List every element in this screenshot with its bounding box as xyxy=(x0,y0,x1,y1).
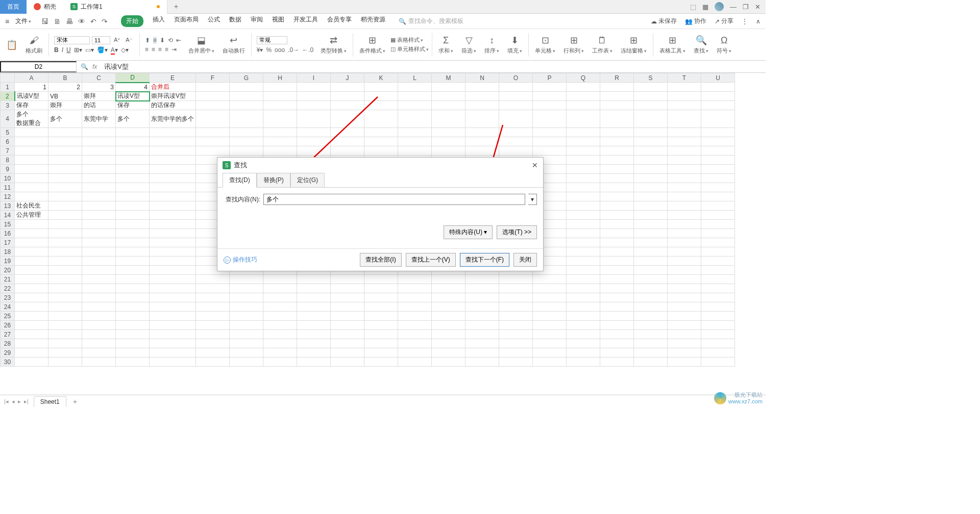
cell-S27[interactable] xyxy=(634,330,668,339)
ribbon-tab-member[interactable]: 会员专享 xyxy=(327,15,352,27)
cell-C19[interactable] xyxy=(82,256,116,266)
cell-M1[interactable] xyxy=(432,83,465,92)
cell-I7[interactable] xyxy=(297,146,331,156)
comma-button[interactable]: ооо xyxy=(275,46,285,54)
hamburger-icon[interactable]: ≡ xyxy=(5,17,9,25)
cell-C20[interactable] xyxy=(82,266,116,275)
cell-N21[interactable] xyxy=(465,275,499,284)
cell-P7[interactable] xyxy=(533,146,567,156)
cell-U5[interactable] xyxy=(701,128,735,137)
cell-H28[interactable] xyxy=(263,339,297,348)
cell-E24[interactable] xyxy=(150,302,196,312)
cell-I24[interactable] xyxy=(297,302,331,312)
fx-icon[interactable]: fx xyxy=(92,63,97,70)
cell-K25[interactable] xyxy=(364,312,398,321)
save-icon[interactable]: 🖫 xyxy=(41,17,48,25)
cell-C8[interactable] xyxy=(82,156,116,165)
cell-O30[interactable] xyxy=(499,357,533,367)
cell-D19[interactable] xyxy=(116,256,150,266)
cell-J21[interactable] xyxy=(331,275,364,284)
cell-G26[interactable] xyxy=(230,321,263,330)
cell-C22[interactable] xyxy=(82,284,116,293)
cell-A13[interactable]: 社会民生 xyxy=(15,201,48,211)
cell-U19[interactable] xyxy=(701,256,735,266)
cell-M21[interactable] xyxy=(432,275,465,284)
cell-B30[interactable] xyxy=(48,357,82,367)
cell-C28[interactable] xyxy=(82,339,116,348)
cell-T17[interactable] xyxy=(668,238,701,247)
cell-P2[interactable] xyxy=(533,92,567,101)
align-top-button[interactable]: ⬆ xyxy=(145,37,150,44)
cell-N1[interactable] xyxy=(465,83,499,92)
cell-I25[interactable] xyxy=(297,312,331,321)
cell-R28[interactable] xyxy=(600,339,634,348)
cell-A12[interactable] xyxy=(15,192,48,201)
find-input[interactable] xyxy=(263,194,525,205)
cell-U1[interactable] xyxy=(701,83,735,92)
cell-O23[interactable] xyxy=(499,293,533,302)
cell-H3[interactable] xyxy=(263,101,297,110)
cell-Q22[interactable] xyxy=(567,284,600,293)
cell-R1[interactable] xyxy=(600,83,634,92)
cell-B13[interactable] xyxy=(48,201,82,211)
cell-P23[interactable] xyxy=(533,293,567,302)
cell-E11[interactable] xyxy=(150,183,196,192)
cell-A9[interactable] xyxy=(15,165,48,174)
cell-C4[interactable]: 东莞中学 xyxy=(82,110,116,128)
cell-Q10[interactable] xyxy=(567,174,600,183)
cell-N30[interactable] xyxy=(465,357,499,367)
cell-O29[interactable] xyxy=(499,348,533,357)
cell-U14[interactable] xyxy=(701,211,735,220)
cell-K3[interactable] xyxy=(364,101,398,110)
cell-U12[interactable] xyxy=(701,192,735,201)
cell-B15[interactable] xyxy=(48,220,82,229)
cell-N22[interactable] xyxy=(465,284,499,293)
cell-T21[interactable] xyxy=(668,275,701,284)
cell-C18[interactable] xyxy=(82,247,116,256)
tab-workbook[interactable]: S 工作簿1 xyxy=(63,0,167,14)
cell-Q6[interactable] xyxy=(567,137,600,146)
cell-P1[interactable] xyxy=(533,83,567,92)
cell-F30[interactable] xyxy=(196,357,230,367)
cell-N29[interactable] xyxy=(465,348,499,357)
cell-U18[interactable] xyxy=(701,247,735,256)
cell-U16[interactable] xyxy=(701,229,735,238)
cell-U10[interactable] xyxy=(701,174,735,183)
cell-I22[interactable] xyxy=(297,284,331,293)
cell-S13[interactable] xyxy=(634,201,668,211)
cell-H2[interactable] xyxy=(263,92,297,101)
cell-R16[interactable] xyxy=(600,229,634,238)
cell-J24[interactable] xyxy=(331,302,364,312)
cell-I27[interactable] xyxy=(297,330,331,339)
cell-U7[interactable] xyxy=(701,146,735,156)
cell-C21[interactable] xyxy=(82,275,116,284)
close-window-button[interactable]: ✕ xyxy=(755,3,761,11)
find-dropdown-icon[interactable]: ▾ xyxy=(528,194,537,205)
special-content-button[interactable]: 特殊内容(U) ▾ xyxy=(444,225,493,239)
cell-B6[interactable] xyxy=(48,137,82,146)
cell-A2[interactable]: 讯读V型 xyxy=(15,92,48,101)
cell-J1[interactable] xyxy=(331,83,364,92)
cell-I1[interactable] xyxy=(297,83,331,92)
find-button[interactable]: 🔍查找 xyxy=(691,29,712,60)
cell-E14[interactable] xyxy=(150,211,196,220)
decrease-decimal-button[interactable]: ←.0 xyxy=(302,46,313,54)
cell-R15[interactable] xyxy=(600,220,634,229)
cell-Q15[interactable] xyxy=(567,220,600,229)
cell-E3[interactable]: 的话保存 xyxy=(150,101,196,110)
ribbon-tab-data[interactable]: 数据 xyxy=(229,15,241,27)
cell-R29[interactable] xyxy=(600,348,634,357)
cell-N24[interactable] xyxy=(465,302,499,312)
cell-A27[interactable] xyxy=(15,330,48,339)
cell-U15[interactable] xyxy=(701,220,735,229)
cell-Q1[interactable] xyxy=(567,83,600,92)
cell-D18[interactable] xyxy=(116,247,150,256)
cell-R7[interactable] xyxy=(600,146,634,156)
cell-B19[interactable] xyxy=(48,256,82,266)
cell-C29[interactable] xyxy=(82,348,116,357)
cell-T16[interactable] xyxy=(668,229,701,238)
cell-B12[interactable] xyxy=(48,192,82,201)
cell-S26[interactable] xyxy=(634,321,668,330)
cell-B24[interactable] xyxy=(48,302,82,312)
print-icon[interactable]: 🖶 xyxy=(66,17,73,25)
